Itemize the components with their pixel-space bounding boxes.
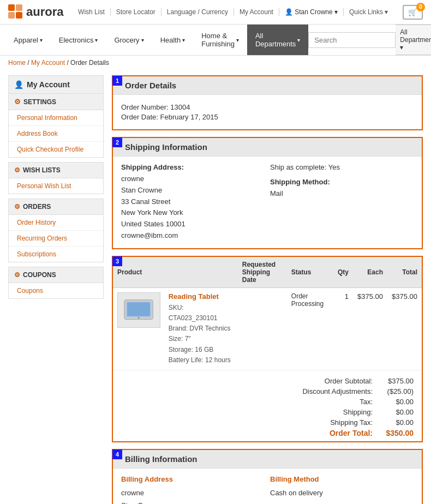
shipping-section: 2 Shipping Information Shipping Address:… xyxy=(112,137,423,249)
order-details-header: Order Details xyxy=(113,76,422,95)
nav-apparel[interactable]: Apparel▾ xyxy=(5,25,51,55)
settings-icon: ⚙ xyxy=(14,98,21,106)
shipping-address-col: Shipping Address: crowne Stan Crowne 33 … xyxy=(121,163,265,242)
product-qty: 1 xyxy=(331,287,353,370)
sidebar-orders-header: ⚙ ORDERS xyxy=(9,199,103,215)
product-cell: Reading Tablet SKU: CTA023_230101 Brand:… xyxy=(113,287,238,370)
nav-health[interactable]: Health▾ xyxy=(152,25,194,55)
cart-button[interactable]: 🛒 0 xyxy=(403,5,423,20)
table-row: Reading Tablet SKU: CTA023_230101 Brand:… xyxy=(113,287,422,370)
category-navigation: Apparel▾ Electronics▾ Grocery▾ Health▾ H… xyxy=(0,25,431,56)
product-each: $375.00 xyxy=(353,287,387,370)
cart-badge: 0 xyxy=(416,3,425,11)
orders-icon: ⚙ xyxy=(14,203,20,211)
sidebar-settings-header: ⚙ SETTINGS xyxy=(9,94,103,110)
discount-row: Discount Adjustments: ($25.00) xyxy=(121,386,414,397)
product-details: Reading Tablet SKU: CTA023_230101 Brand:… xyxy=(166,292,234,365)
product-sku: SKU: CTA023_230101 xyxy=(169,303,234,323)
home-arrow: ▾ xyxy=(236,37,239,43)
breadcrumb-home[interactable]: Home xyxy=(8,59,26,67)
billing-address-col: Billing Address crowne Stan Crowne 33 Ca… xyxy=(121,475,265,504)
order-total-row: Order Total: $350.00 xyxy=(121,428,414,439)
electronics-arrow: ▾ xyxy=(95,37,98,43)
breadcrumb: Home / My Account / Order Details xyxy=(0,56,431,70)
product-total: $375.00 xyxy=(387,287,422,370)
order-date: Order Date: February 17, 2015 xyxy=(121,113,414,121)
shipping-grid: Shipping Address: crowne Stan Crowne 33 … xyxy=(121,163,414,242)
main-content: 👤 My Account ⚙ SETTINGS Personal Informa… xyxy=(0,70,431,504)
nav-home-furnishing[interactable]: Home & Furnishing▾ xyxy=(193,25,247,55)
username: Stan Crowne xyxy=(295,8,332,16)
product-table: Product RequestedShipping Date Status Qt… xyxy=(113,257,422,370)
dept-arrow: ▾ xyxy=(400,44,403,51)
sidebar-title: 👤 My Account xyxy=(8,75,104,94)
shipping-body: Shipping Address: crowne Stan Crowne 33 … xyxy=(113,157,422,248)
sidebar-coupons[interactable]: Coupons xyxy=(9,283,103,298)
billing-body: Billing Address crowne Stan Crowne 33 Ca… xyxy=(113,469,422,504)
sidebar-quick-checkout[interactable]: Quick Checkout Profile xyxy=(9,142,103,157)
sidebar-coupons-section: ⚙ COUPONS Coupons xyxy=(8,267,104,299)
sidebar-wishlists-section: ⚙ WISH LISTS Personal Wish List xyxy=(8,162,104,194)
account-icon: 👤 xyxy=(14,80,23,89)
ship-complete: Ship as complete: Yes xyxy=(270,163,414,171)
col-status: Status xyxy=(287,257,331,288)
products-body: Product RequestedShipping Date Status Qt… xyxy=(113,257,422,441)
sidebar-recurring-orders[interactable]: Recurring Orders xyxy=(9,231,103,247)
search-department-dropdown[interactable]: All Departments ▾ xyxy=(396,25,431,55)
sidebar-orders-section: ⚙ ORDERS Order History Recurring Orders … xyxy=(8,199,104,262)
quick-links-link[interactable]: Quick Links ▾ xyxy=(344,8,393,16)
content-area: 1 Order Details Order Number: 13004 Orde… xyxy=(112,75,423,504)
breadcrumb-current: Order Details xyxy=(70,59,109,67)
search-input[interactable] xyxy=(308,32,396,48)
product-size: Size: 7" xyxy=(169,334,234,344)
sidebar-order-history[interactable]: Order History xyxy=(9,215,103,231)
tablet-image xyxy=(122,296,155,323)
shipping-method-col: Ship as complete: Yes Shipping Method: M… xyxy=(270,163,414,242)
logo-text: aurora xyxy=(26,5,63,19)
user-link[interactable]: 👤 Stan Crowne ▾ xyxy=(279,8,344,16)
nav-grocery[interactable]: Grocery▾ xyxy=(106,25,152,55)
section-1-badge: 1 xyxy=(112,76,122,86)
order-number: Order Number: 13004 xyxy=(121,103,414,111)
user-icon: 👤 xyxy=(285,8,293,16)
order-details-section: 1 Order Details Order Number: 13004 Orde… xyxy=(112,75,423,130)
products-section: 3 Product RequestedShipping Date Status … xyxy=(112,256,423,442)
product-status: OrderProcessing xyxy=(287,287,331,370)
nav-electronics[interactable]: Electronics▾ xyxy=(51,25,106,55)
billing-method-col: Billing Method Cash on delivery Amount: … xyxy=(270,475,414,504)
sidebar-personal-wishlist[interactable]: Personal Wish List xyxy=(9,178,103,194)
col-total: Total xyxy=(387,257,422,288)
wish-list-link[interactable]: Wish List xyxy=(73,8,111,16)
svg-rect-1 xyxy=(16,4,22,11)
shipping-tax-row: Shipping Tax: $0.00 xyxy=(121,417,414,428)
billing-grid: Billing Address crowne Stan Crowne 33 Ca… xyxy=(121,475,414,504)
wishlists-icon: ⚙ xyxy=(14,166,20,174)
order-details-body: Order Number: 13004 Order Date: February… xyxy=(113,95,422,129)
breadcrumb-my-account[interactable]: My Account xyxy=(31,59,65,67)
col-shipping: RequestedShipping Date xyxy=(238,257,287,288)
logo[interactable]: aurora xyxy=(8,4,63,20)
my-account-link[interactable]: My Account xyxy=(234,8,279,16)
shipping-header: Shipping Information xyxy=(113,138,422,157)
sidebar-personal-info[interactable]: Personal Information xyxy=(9,110,103,126)
shipping-address-value: crowne Stan Crowne 33 Canal Street New Y… xyxy=(121,173,265,242)
search-area: All Departments ▾ 🔍 xyxy=(308,25,431,55)
col-qty: Qty xyxy=(331,257,353,288)
svg-rect-0 xyxy=(8,4,15,11)
shipping-row: Shipping: $0.00 xyxy=(121,407,414,417)
sidebar-address-book[interactable]: Address Book xyxy=(9,126,103,142)
language-currency-link[interactable]: Language / Currency xyxy=(161,8,234,16)
order-totals: Order Subtotal: $375.00 Discount Adjustm… xyxy=(113,370,422,441)
product-name: Reading Tablet xyxy=(169,292,234,301)
billing-section: 4 Billing Information Billing Address cr… xyxy=(112,449,423,504)
all-arrow: ▾ xyxy=(297,37,300,43)
svg-rect-3 xyxy=(16,12,22,19)
product-brand: Brand: DVR Technics xyxy=(169,323,234,334)
dropdown-arrow: ▾ xyxy=(334,8,338,16)
store-locator-link[interactable]: Store Locator xyxy=(111,8,161,16)
sidebar-subscriptions[interactable]: Subscriptions xyxy=(9,247,103,262)
tax-row: Tax: $0.00 xyxy=(121,397,414,407)
apparel-arrow: ▾ xyxy=(40,37,43,43)
nav-all-departments[interactable]: All Departments▾ xyxy=(247,25,308,55)
billing-address-value: crowne Stan Crowne 33 Canal Street New Y… xyxy=(121,487,265,504)
